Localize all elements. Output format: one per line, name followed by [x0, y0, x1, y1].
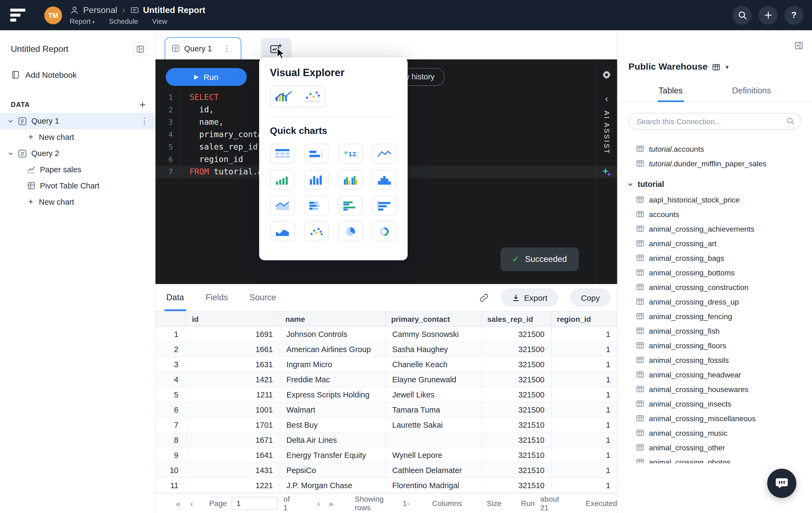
visual-explorer-button[interactable]	[270, 86, 326, 108]
share-link-button[interactable]	[478, 292, 489, 303]
tab-query1[interactable]: Query 1 ⋮	[165, 37, 241, 59]
sidebar-item-query1[interactable]: Query 1 ⋮	[0, 113, 155, 129]
add-chart-tab-button[interactable]	[261, 38, 291, 59]
table-row[interactable]: 6 1001 Walmart Tamara Tuma 321500 1	[155, 402, 617, 417]
scatter-plot-icon-button[interactable]	[304, 221, 329, 241]
tab-definitions[interactable]: Definitions	[731, 81, 772, 102]
table-list-item[interactable]: animal_crossing_headwear	[618, 367, 812, 382]
table-row[interactable]: 3 1631 Ingram Micro Chanelle Keach 32150…	[155, 357, 617, 372]
last-page-icon[interactable]: »	[328, 499, 333, 508]
table-row[interactable]: 1 1691 Johnson Controls Cammy Sosnowski …	[155, 326, 617, 342]
tab-fields[interactable]: Fields	[206, 284, 228, 311]
table-list-item[interactable]: animal_crossing_construction	[618, 280, 812, 294]
table-list-item[interactable]: animal_crossing_art	[618, 236, 812, 251]
help-button[interactable]: ?	[784, 6, 803, 25]
table-list-item[interactable]: animal_crossing_fencing	[618, 309, 812, 323]
prev-page-icon[interactable]: ‹	[190, 499, 193, 508]
first-page-icon[interactable]: «	[176, 499, 181, 508]
filled-area-icon-button[interactable]	[270, 221, 295, 241]
sidebar-item-pivot-table-chart[interactable]: Pivot Table Chart	[0, 178, 155, 194]
ai-sparkle-button[interactable]	[602, 168, 611, 177]
menu-report[interactable]: Report▾	[70, 17, 95, 25]
query1-menu-button[interactable]: ⋮	[134, 116, 155, 126]
donut-chart-icon-button[interactable]	[372, 221, 397, 241]
pinned-table-item[interactable]: tutorial.dunder_mifflin_paper_sales	[618, 156, 812, 171]
tab-menu-button[interactable]: ⋮	[216, 44, 237, 54]
search-button[interactable]	[733, 6, 752, 25]
sidebar-item-query2[interactable]: Query 2	[0, 145, 155, 162]
pinned-table-item[interactable]: tutorial.accounts	[618, 141, 812, 156]
header-primary-contact[interactable]: primary_contact	[385, 311, 482, 326]
table-row[interactable]: 5 1211 Express Scripts Holding Jewell Li…	[155, 387, 617, 402]
table-list-item[interactable]: animal_crossing_other	[618, 440, 812, 455]
header-region-id[interactable]: region_id	[551, 311, 617, 326]
table-list-item[interactable]: animal_crossing_bottoms	[618, 265, 812, 280]
run-button[interactable]: ▶ Run	[166, 68, 247, 86]
tab-data[interactable]: Data	[166, 284, 184, 311]
avatar[interactable]: TM	[44, 6, 62, 24]
new-chart-button-2[interactable]: + New chart	[0, 194, 155, 210]
table-row[interactable]: 9 1641 Energy Transfer Equity Wynell Lep…	[155, 447, 617, 462]
header-id[interactable]: id	[186, 311, 280, 326]
table-list-item[interactable]: animal_crossing_dress_up	[618, 294, 812, 309]
table-chart-icon-button[interactable]	[270, 144, 295, 164]
stacked-bars-horizontal-icon-button[interactable]	[304, 196, 329, 216]
copy-button[interactable]: Copy	[570, 288, 611, 307]
breadcrumb-parent[interactable]: Personal	[83, 5, 117, 15]
header-name[interactable]: name	[280, 311, 385, 326]
table-list-item[interactable]: animal_crossing_fish	[618, 323, 812, 338]
table-list-item[interactable]: animal_crossing_achievements	[618, 221, 812, 236]
table-list-item[interactable]: animal_crossing_photos	[618, 455, 812, 463]
table-row[interactable]: 2 1661 American Airlines Group Sasha Hau…	[155, 342, 617, 357]
table-row[interactable]: 4 1421 Freddie Mac Elayne Grunewald 3215…	[155, 372, 617, 387]
table-list-item[interactable]: animal_crossing_housewares	[618, 382, 812, 396]
table-list-item[interactable]: aapl_historical_stock_price	[618, 192, 812, 207]
grouped-columns-icon-button[interactable]	[338, 170, 363, 190]
editor-settings-button[interactable]	[602, 70, 612, 80]
collapse-connection-panel-button[interactable]	[794, 41, 803, 50]
collapse-sidebar-button[interactable]	[133, 42, 147, 56]
page-input[interactable]	[232, 497, 278, 510]
new-chart-button-1[interactable]: + New chart	[0, 129, 155, 145]
schema-group-tutorial[interactable]: tutorial	[618, 176, 812, 192]
table-row[interactable]: 10 1431 PepsiCo Cathleen Delamater 32151…	[155, 462, 617, 478]
connection-search-input[interactable]	[629, 113, 801, 130]
big-number-icon-button[interactable]: 123	[338, 144, 363, 164]
next-page-icon[interactable]: ›	[317, 499, 320, 508]
table-list-item[interactable]: animal_crossing_fossils	[618, 352, 812, 367]
table-list-item[interactable]: animal_crossing_music	[618, 426, 812, 440]
table-list-item[interactable]: animal_crossing_miscellaneous	[618, 411, 812, 426]
table-list-item[interactable]: animal_crossing_bags	[618, 251, 812, 265]
connection-selector[interactable]: Public Warehouse ▼	[618, 30, 812, 73]
add-button[interactable]	[758, 6, 778, 25]
table-list-item[interactable]: animal_crossing_floors	[618, 338, 812, 352]
header-sales-rep-id[interactable]: sales_rep_id	[482, 311, 551, 326]
green-bars-icon-button[interactable]	[270, 170, 295, 190]
histogram-icon-button[interactable]	[372, 170, 397, 190]
multi-bars-horizontal-icon-button[interactable]	[338, 196, 363, 216]
column-chart-icon-button[interactable]	[304, 170, 329, 190]
mode-logo[interactable]	[9, 6, 27, 24]
menu-view[interactable]: View	[152, 17, 167, 25]
chat-support-button[interactable]	[767, 469, 796, 498]
area-line-icon-button[interactable]	[270, 196, 295, 216]
line-chart-icon-button[interactable]	[372, 144, 397, 164]
menu-schedule[interactable]: Schedule	[109, 17, 138, 25]
add-notebook-button[interactable]: Add Notebook	[0, 62, 155, 88]
table-list-item[interactable]: accounts	[618, 207, 812, 221]
add-data-button[interactable]	[139, 101, 146, 109]
table-list-item[interactable]: animal_crossing_insects	[618, 396, 812, 411]
sidebar-item-paper-sales[interactable]: Paper sales	[0, 162, 155, 178]
table-row[interactable]: 8 1671 Delta Air Lines 321510 1	[155, 432, 617, 447]
table-row[interactable]: 11 1221 J.P. Morgan Chase Florentino Mad…	[155, 478, 617, 493]
tab-tables[interactable]: Tables	[657, 81, 684, 102]
bar-rows-icon-button[interactable]	[372, 196, 397, 216]
table-row[interactable]: 7 1701 Best Buy Laurette Sakai 321510 1	[155, 417, 617, 432]
columns-label[interactable]: Columns	[432, 499, 462, 508]
pie-chart-icon-button[interactable]	[338, 221, 363, 241]
export-button[interactable]: Export	[501, 288, 558, 307]
kpi-bars-icon-button[interactable]	[304, 144, 329, 164]
size-label[interactable]: Size	[487, 499, 501, 508]
tab-source[interactable]: Source	[250, 284, 276, 311]
collapse-ai-panel-button[interactable]: ‹	[605, 94, 608, 103]
